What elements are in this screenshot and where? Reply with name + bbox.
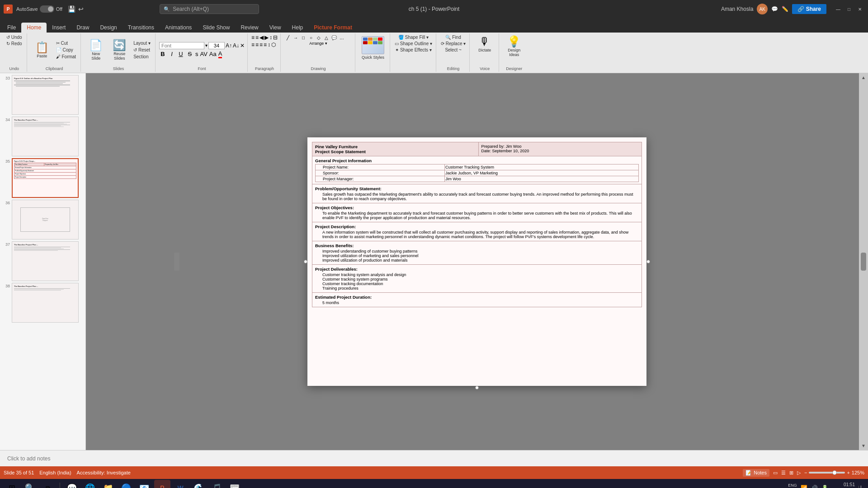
view-normal-button[interactable]: ▭ [773, 470, 778, 476]
close-button[interactable]: ✕ [855, 5, 864, 13]
pen-icon[interactable]: ✏️ [782, 6, 788, 12]
view-presenter-button[interactable]: ▷ [797, 470, 801, 476]
align-left-button[interactable]: ≡ [251, 42, 255, 48]
italic-button[interactable]: I [168, 51, 175, 57]
undo-button[interactable]: ↺ Undo [5, 34, 24, 40]
tab-animations[interactable]: Animations [160, 23, 197, 33]
minimize-button[interactable]: — [834, 5, 843, 13]
align-center-button[interactable]: ≡ [255, 42, 259, 48]
resize-handle-left[interactable] [304, 260, 307, 263]
zoom-slider[interactable] [809, 472, 845, 474]
taskview-button[interactable]: ⧉ [40, 480, 56, 488]
shape-fill-button[interactable]: 🪣 Shape Fill ▾ [397, 34, 429, 40]
comments-icon[interactable]: 💬 [771, 6, 778, 12]
undo-icon[interactable]: ↩ [78, 5, 84, 13]
align-right-button[interactable]: ≡ [259, 42, 263, 48]
increase-indent-button[interactable]: ▶ [264, 34, 269, 41]
zoom-out-button[interactable]: − [804, 470, 807, 475]
format-painter-button[interactable]: 🖌 Format [54, 54, 78, 60]
taskbar-app1[interactable]: 🌊 [190, 480, 207, 488]
find-button[interactable]: 🔍 Find [444, 34, 462, 40]
char-spacing-button[interactable]: AV [200, 51, 207, 57]
scroll-down-button[interactable]: ▼ [861, 443, 866, 448]
clear-formatting-button[interactable]: ✕ [240, 42, 245, 49]
tab-file[interactable]: File [2, 23, 21, 33]
font-name-input[interactable] [159, 42, 204, 49]
cut-button[interactable]: ✂ Cut [54, 40, 78, 46]
taskbar-news[interactable]: 📰 [226, 480, 243, 488]
wifi-icon[interactable]: 📶 [801, 485, 807, 488]
taskbar-app2[interactable]: 🎵 [208, 480, 225, 488]
taskbar-edge[interactable]: 🌐 [82, 480, 98, 488]
autosave-toggle[interactable] [40, 5, 54, 13]
battery-icon[interactable]: 🔋 [821, 485, 828, 488]
font-name-dropdown-icon[interactable]: ▾ [205, 43, 208, 48]
arrange-button[interactable]: Arrange ▾ [309, 41, 327, 46]
tab-insert[interactable]: Insert [47, 23, 71, 33]
share-button[interactable]: 🔗 Share [792, 4, 826, 14]
show-desktop-button[interactable]: ▏ [859, 486, 864, 488]
list-item[interactable]: 38 The Baseline Project Plan ... [2, 283, 84, 323]
font-color-button[interactable]: A [218, 50, 222, 58]
font-size-increase-button[interactable]: A↑ [226, 42, 232, 49]
redo-button[interactable]: ↻ Redo [5, 41, 24, 47]
system-clock[interactable]: 01:51 07-02-2022 [832, 482, 855, 488]
font-size-input[interactable] [208, 42, 225, 49]
view-slide-sorter-button[interactable]: ⊞ [789, 470, 793, 476]
strikethrough-button[interactable]: S [186, 51, 193, 57]
replace-button[interactable]: ⟳ Replace ▾ [440, 41, 467, 47]
decrease-indent-button[interactable]: ◀ [259, 34, 264, 41]
dictate-button[interactable]: 🎙 Dictate [473, 34, 496, 54]
slide-thumbnail[interactable]: Data FlowDiagram [12, 200, 79, 239]
shape-outline-button[interactable]: ▭ Shape Outline ▾ [394, 41, 433, 47]
slide-thumbnail[interactable]: Figure 6-9: Outline of a Baseline Projec… [12, 75, 79, 115]
vertical-scrollbar[interactable]: ▲ ▼ [859, 73, 868, 450]
accessibility-info[interactable]: Accessibility: Investigate [77, 470, 131, 475]
numbered-list-button[interactable]: ≡ [255, 34, 259, 41]
select-button[interactable]: Select ~ [444, 47, 462, 53]
tab-help[interactable]: Help [287, 23, 309, 33]
case-button[interactable]: Aa [209, 51, 217, 57]
taskbar-teams[interactable]: 💬 [64, 480, 80, 488]
tab-slideshow[interactable]: Slide Show [197, 23, 235, 33]
list-item[interactable]: 33 Figure 6-9: Outline of a Baseline Pro… [2, 75, 84, 115]
list-item[interactable]: 37 The Baseline Project Plan ... [2, 241, 84, 281]
search-taskbar-button[interactable]: 🔍 [22, 480, 38, 488]
tab-design[interactable]: Design [94, 23, 122, 33]
volume-icon[interactable]: 🔊 [811, 485, 818, 488]
reset-button[interactable]: ↺ Reset [132, 47, 152, 53]
slide-thumbnail-active[interactable]: Figure 6-10: Project Scope... Pine Valle… [12, 158, 79, 198]
shape-diamond-icon[interactable]: ◇ [315, 34, 322, 41]
font-size-decrease-button[interactable]: A↓ [233, 42, 239, 49]
new-slide-button[interactable]: 📄 NewSlide [85, 38, 107, 62]
tab-view[interactable]: View [264, 23, 287, 33]
design-ideas-button[interactable]: 💡 DesignIdeas [503, 34, 525, 59]
save-button[interactable]: 💾 [68, 5, 75, 13]
justify-button[interactable]: ≡ [264, 42, 267, 48]
paste-button[interactable]: 📋 Paste [31, 40, 53, 60]
reuse-slides-button[interactable]: 🔄 ReuseSlides [108, 38, 131, 62]
quick-styles-button[interactable]: Quick Styles [359, 34, 387, 61]
taskbar-explorer[interactable]: 📁 [100, 480, 116, 488]
tab-home[interactable]: Home [21, 23, 47, 33]
smart-art-button[interactable]: ⬡ [271, 42, 276, 48]
tab-picture-format[interactable]: Picture Format [308, 23, 358, 33]
start-button[interactable]: ⊞ [4, 480, 20, 488]
taskbar-powerpoint[interactable]: P [154, 480, 170, 488]
zoom-in-button[interactable]: + [847, 470, 849, 475]
bullet-list-button[interactable]: ≡ [251, 34, 255, 41]
shape-more-icon[interactable]: … [338, 34, 345, 41]
shape-triangle-icon[interactable]: △ [323, 34, 330, 41]
shape-rect-icon[interactable]: □ [300, 34, 307, 41]
shape-effects-button[interactable]: ✦ Shape Effects ▾ [394, 47, 433, 53]
taskbar-word[interactable]: W [172, 480, 189, 488]
zoom-thumb[interactable] [832, 470, 837, 475]
slide-thumbnail[interactable]: The Baseline Project Plan ... [12, 241, 79, 281]
tab-transitions[interactable]: Transitions [123, 23, 160, 33]
resize-handle-bottom[interactable] [475, 386, 479, 389]
underline-button[interactable]: U [177, 51, 184, 57]
section-button[interactable]: Section [132, 54, 152, 60]
list-item[interactable]: 34 The Baseline Project Plan ... [2, 117, 84, 156]
notes-button[interactable]: 📝 Notes [743, 469, 769, 477]
scroll-up-button[interactable]: ▲ [861, 75, 866, 80]
